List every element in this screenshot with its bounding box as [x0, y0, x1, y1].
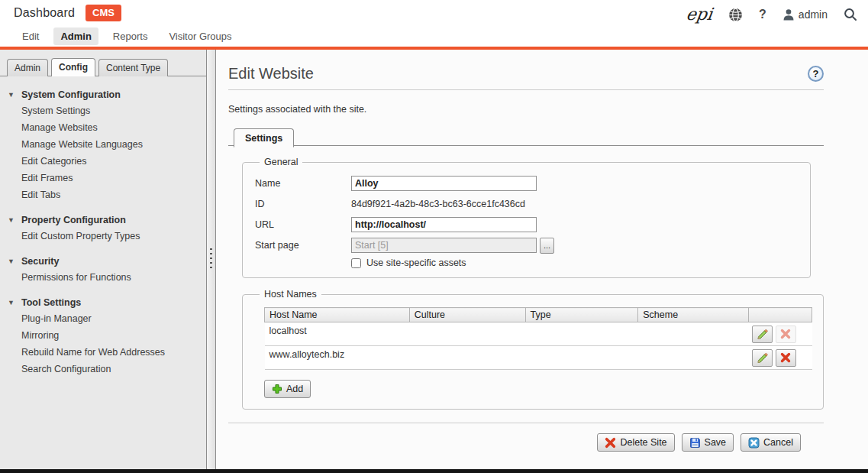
help-icon[interactable]: ?: [759, 8, 766, 21]
start-page-field: [351, 238, 537, 253]
delete-x-icon: [605, 437, 616, 449]
add-host-button[interactable]: Add: [264, 380, 311, 398]
sidebar-tabstrip: Admin Config Content Type: [0, 59, 206, 76]
column-type: Type: [525, 308, 638, 322]
url-label: URL: [255, 219, 351, 230]
host-name-cell: www.alloytech.biz: [265, 346, 410, 370]
top-bar: Dashboard CMS epi ? admin Edit Admin: [0, 0, 868, 47]
general-fieldset: General Name ID 84d9f921-4a2b-48c3-bc63-…: [242, 157, 811, 278]
scheme-cell: [638, 346, 749, 370]
tree-header-tool-settings[interactable]: ▼ Tool Settings: [8, 295, 206, 310]
chevron-down-icon: ▼: [8, 258, 15, 265]
site-id-value: 84d9f921-4a2b-48c3-bc63-6cce1fc436cd: [351, 199, 525, 209]
tree-item-manage-websites[interactable]: Manage Websites: [8, 119, 206, 136]
tree-item-edit-custom-property-types[interactable]: Edit Custom Property Types: [8, 228, 206, 245]
tree-item-edit-frames[interactable]: Edit Frames: [8, 170, 206, 186]
user-menu[interactable]: admin: [782, 8, 828, 21]
scheme-cell: [638, 322, 749, 346]
tree-header-label: System Configuration: [21, 89, 121, 100]
settings-tabstrip: Settings: [228, 128, 824, 146]
nav-edit[interactable]: Edit: [15, 28, 46, 45]
splitter-grip-icon: [210, 248, 212, 271]
tree-item-rebuild-name-for-web-addresses[interactable]: Rebuild Name for Web Addresses: [8, 344, 206, 361]
form-actions: Delete Site Save Cancel: [228, 433, 824, 452]
culture-cell: [409, 346, 525, 370]
start-page-label: Start page: [255, 240, 351, 251]
cancel-button[interactable]: Cancel: [741, 433, 801, 452]
edit-host-button[interactable]: [752, 349, 773, 367]
cancel-label: Cancel: [763, 437, 793, 448]
main-panel: Edit Website ? Settings associated with …: [216, 50, 868, 469]
cancel-x-icon: [748, 437, 760, 449]
tab-settings[interactable]: Settings: [234, 128, 294, 147]
tree-item-system-settings[interactable]: System Settings: [8, 102, 206, 119]
use-site-specific-assets-checkbox[interactable]: [351, 258, 361, 268]
search-icon[interactable]: [844, 8, 857, 21]
tree-header-label: Security: [21, 256, 59, 267]
column-culture: Culture: [409, 308, 525, 322]
chevron-down-icon: ▼: [8, 299, 15, 306]
sidebar-tab-content-type[interactable]: Content Type: [98, 59, 168, 76]
admin-sidebar: Admin Config Content Type ▼ System Confi…: [0, 50, 206, 469]
nav-reports[interactable]: Reports: [106, 28, 155, 45]
title-divider: [228, 89, 824, 90]
pencil-icon: [757, 352, 768, 364]
host-names-fieldset: Host Names Host Name Culture Type Scheme: [242, 289, 824, 410]
delete-x-icon: [780, 329, 791, 339]
user-icon: [782, 8, 795, 21]
main-nav: Edit Admin Reports Visitor Groups: [0, 26, 868, 47]
plus-icon: [272, 384, 282, 394]
host-name-cell: localhost: [265, 322, 410, 346]
delete-host-button[interactable]: [776, 349, 796, 367]
id-label: ID: [255, 199, 351, 209]
name-field[interactable]: [351, 176, 537, 191]
general-legend: General: [260, 157, 302, 167]
name-label: Name: [255, 178, 351, 189]
delete-site-button[interactable]: Delete Site: [597, 433, 674, 452]
tree-header-system-configuration[interactable]: ▼ System Configuration: [8, 87, 206, 102]
url-field[interactable]: [351, 217, 537, 232]
page-title: Edit Website: [228, 65, 314, 83]
pane-splitter[interactable]: [206, 50, 216, 469]
edit-host-button[interactable]: [752, 326, 773, 343]
tree-item-manage-website-languages[interactable]: Manage Website Languages: [8, 136, 206, 153]
save-label: Save: [705, 437, 727, 448]
tree-section-property-configuration: ▼ Property Configuration Edit Custom Pro…: [8, 212, 206, 245]
delete-site-label: Delete Site: [620, 437, 666, 448]
save-button[interactable]: Save: [682, 433, 734, 452]
page: Dashboard CMS epi ? admin Edit Admin: [0, 0, 868, 473]
tree-item-mirroring[interactable]: Mirroring: [8, 327, 206, 344]
tree-item-plugin-manager[interactable]: Plug-in Manager: [8, 310, 206, 327]
username: admin: [799, 8, 828, 21]
tree-item-search-configuration[interactable]: Search Configuration: [8, 361, 206, 377]
column-host-name: Host Name: [265, 308, 410, 322]
global-header: Dashboard CMS epi ? admin: [0, 0, 868, 26]
host-names-legend: Host Names: [260, 289, 321, 300]
cms-badge[interactable]: CMS: [86, 5, 121, 21]
body: Admin Config Content Type ▼ System Confi…: [0, 50, 868, 469]
tree-header-security[interactable]: ▼ Security: [8, 254, 206, 269]
culture-cell: [409, 322, 525, 346]
dashboard-link[interactable]: Dashboard: [14, 6, 75, 20]
tree-item-edit-categories[interactable]: Edit Categories: [8, 153, 206, 170]
actions-divider: [228, 423, 824, 423]
nav-visitor-groups[interactable]: Visitor Groups: [162, 28, 238, 45]
context-help-icon[interactable]: ?: [808, 66, 824, 82]
tree-section-tool-settings: ▼ Tool Settings Plug-in Manager Mirrorin…: [8, 295, 206, 377]
tree-item-edit-tabs[interactable]: Edit Tabs: [8, 186, 206, 203]
nav-admin[interactable]: Admin: [53, 28, 98, 45]
sidebar-tab-config[interactable]: Config: [51, 58, 95, 76]
type-cell: [525, 322, 638, 346]
config-tree: ▼ System Configuration System Settings M…: [0, 76, 206, 377]
table-header-row: Host Name Culture Type Scheme: [265, 308, 812, 322]
tree-item-permissions-for-functions[interactable]: Permissions for Functions: [8, 269, 206, 286]
browse-start-page-button[interactable]: ...: [540, 238, 554, 254]
column-scheme: Scheme: [638, 308, 749, 322]
delete-host-button: [776, 326, 796, 343]
tree-section-system-configuration: ▼ System Configuration System Settings M…: [8, 87, 206, 203]
epi-logo: epi: [685, 6, 713, 23]
sidebar-tab-admin[interactable]: Admin: [7, 59, 48, 76]
column-actions: [749, 308, 812, 322]
tree-header-property-configuration[interactable]: ▼ Property Configuration: [8, 212, 206, 228]
globe-icon[interactable]: [728, 8, 743, 22]
